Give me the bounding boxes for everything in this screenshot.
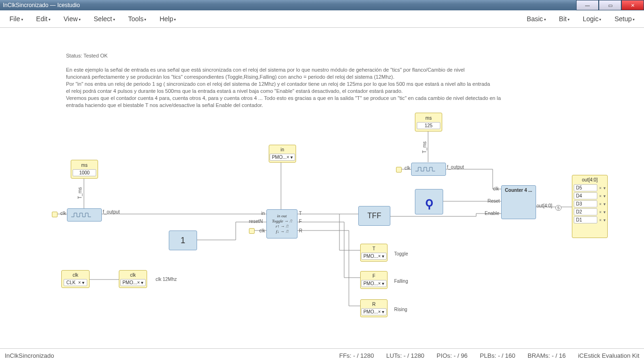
window-titlebar: InClkSincronizado — Icestudio — ▭ ✕ [0,0,644,10]
param-ms-125[interactable]: ms 125 [415,113,442,132]
clk-out-select[interactable]: PMO...× ▾ [120,279,146,286]
menu-basic[interactable]: Basic▾ [520,11,552,26]
oscillator-block-1[interactable] [67,208,102,222]
out-row-d1[interactable]: D1× ▾ [574,216,606,223]
menu-logic[interactable]: Logic▾ [576,11,608,26]
menu-select[interactable]: Select▾ [87,11,122,26]
menu-file[interactable]: File▾ [3,11,30,26]
oscillator-block-2[interactable] [411,163,446,176]
bus-width-tag: 5 [555,205,561,211]
status-project: InClkSincronizado [5,352,54,359]
window-title: InClkSincronizado — Icestudio [3,2,80,8]
param-ms-1000[interactable]: ms 1000 [71,160,98,179]
maximize-button[interactable]: ▭ [599,0,621,10]
output-pin-f[interactable]: F PMO...× ▾ [360,271,388,289]
tff-block[interactable]: TFF [358,206,390,226]
out-r-select[interactable]: PMO...× ▾ [361,308,387,315]
info-block: Status: Tested OK En este ejemplo la señ… [66,52,566,109]
out-row-d2[interactable]: D2× ▾ [574,208,606,215]
close-button[interactable]: ✕ [621,0,644,10]
output-pin-clk[interactable]: clk PMO...× ▾ [119,270,147,288]
input-pin-clk[interactable]: clk CLK × ▾ [61,270,90,288]
status-luts: LUTs: - / 1280 [386,352,424,359]
output-pin-bus[interactable]: out[4:0] D5× ▾ D4× ▾ D3× ▾ D2× ▾ D1× ▾ [572,175,608,238]
reset-block[interactable]: ϙ [415,189,443,214]
menu-edit[interactable]: Edit▾ [30,11,57,26]
window-buttons: — ▭ ✕ [576,0,644,10]
counter-block[interactable]: Counter 4 ... [501,185,536,219]
info-status: Status: Tested OK [66,52,566,59]
out-row-d4[interactable]: D4× ▾ [574,192,606,199]
input-pin-in[interactable]: in PMO...× ▾ [269,145,296,163]
status-bar: InClkSincronizado FFs: - / 1280 LUTs: - … [0,348,644,362]
menubar: File▾ Edit▾ View▾ Select▾ Tools▾ Help▾ B… [0,10,644,28]
output-pin-r[interactable]: R PMO...× ▾ [360,299,388,317]
design-canvas[interactable]: Status: Tested OK En este ejemplo la señ… [0,28,644,344]
out-row-d3[interactable]: D3× ▾ [574,200,606,207]
status-brams: BRAMs: - / 16 [528,352,566,359]
status-board: iCEstick Evaluation Kit [578,352,639,359]
status-plbs: PLBs: - / 160 [480,352,515,359]
clk-stub-osc2[interactable] [396,167,402,173]
output-pin-t[interactable]: T PMO...× ▾ [360,244,388,262]
ms-125-input[interactable]: 125 [417,122,440,129]
menu-view[interactable]: View▾ [57,11,87,26]
status-ffs: FFs: - / 1280 [339,352,374,359]
clk-stub-osc1[interactable] [52,212,58,217]
out-row-d5[interactable]: D5× ▾ [574,184,606,191]
ms-1000-input[interactable]: 1000 [73,169,96,176]
out-f-select[interactable]: PMO...× ▾ [361,280,387,287]
clk-in-select[interactable]: CLK × ▾ [64,279,87,286]
menu-tools[interactable]: Tools▾ [122,11,153,26]
edge-detector-block[interactable]: in out Toggle → ⎍ r↑ → ⎍ f↓ → ⎍ [266,209,297,239]
out-t-select[interactable]: PMO...× ▾ [361,253,387,260]
menu-setup[interactable]: Setup▾ [608,11,641,26]
minimize-button[interactable]: — [576,0,599,10]
reset-icon: ϙ [425,194,433,210]
menu-bit[interactable]: Bit▾ [553,11,576,26]
constant-one-block[interactable]: 1 [169,230,197,250]
status-pios: PIOs: - / 96 [437,352,468,359]
menu-help[interactable]: Help▾ [153,11,182,26]
clk-stub-edge[interactable] [249,228,255,234]
in-pin-select[interactable]: PMO...× ▾ [270,154,296,161]
